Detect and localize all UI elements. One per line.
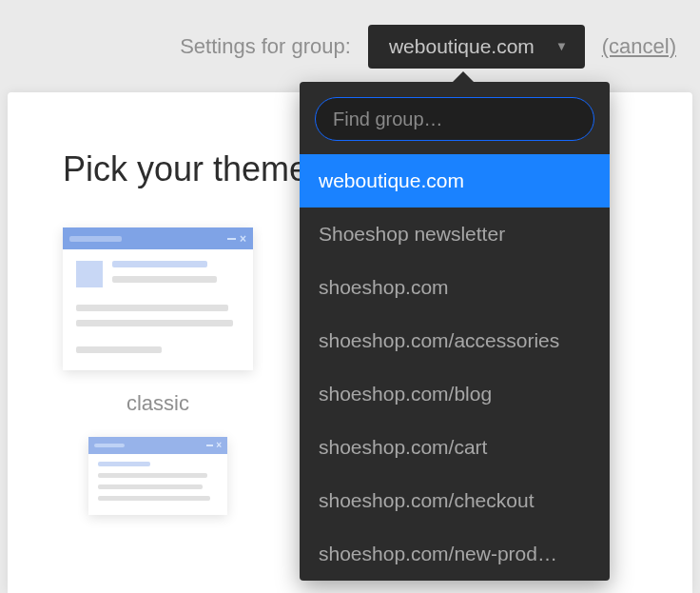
dropdown-option[interactable]: shoeshop.com/cart	[300, 421, 610, 474]
chevron-down-icon: ▼	[555, 39, 568, 53]
search-wrap	[300, 82, 610, 154]
settings-for-label: Settings for group:	[180, 34, 351, 59]
theme-item-classic[interactable]: × classic ×	[63, 227, 253, 515]
dropdown-option[interactable]: shoeshop.com/checkout	[300, 474, 610, 527]
topbar: Settings for group: weboutique.com ▼ (ca…	[0, 0, 700, 92]
dropdown-option[interactable]: weboutique.com	[300, 154, 610, 208]
group-dropdown-popover: weboutique.com Shoeshop newsletter shoes…	[300, 82, 610, 581]
theme-label: classic	[126, 391, 189, 416]
search-input[interactable]	[315, 97, 594, 141]
theme-thumbnail-secondary: ×	[88, 437, 227, 515]
cancel-link[interactable]: (cancel)	[602, 34, 676, 59]
group-select-button[interactable]: weboutique.com ▼	[368, 25, 585, 69]
theme-thumbnail: ×	[63, 227, 253, 370]
dropdown-option[interactable]: shoeshop.com/blog	[300, 367, 610, 421]
group-select-value: weboutique.com	[389, 35, 535, 58]
dropdown-option[interactable]: shoeshop.com	[300, 261, 610, 314]
dropdown-option[interactable]: shoeshop.com/accessories	[300, 314, 610, 367]
dropdown-option[interactable]: Shoeshop newsletter	[300, 208, 610, 261]
dropdown-option[interactable]: shoeshop.com/new-prod…	[300, 527, 610, 581]
window-titlebar-icon: ×	[88, 437, 227, 454]
window-titlebar-icon: ×	[63, 227, 253, 249]
dropdown-options: weboutique.com Shoeshop newsletter shoes…	[300, 154, 610, 581]
